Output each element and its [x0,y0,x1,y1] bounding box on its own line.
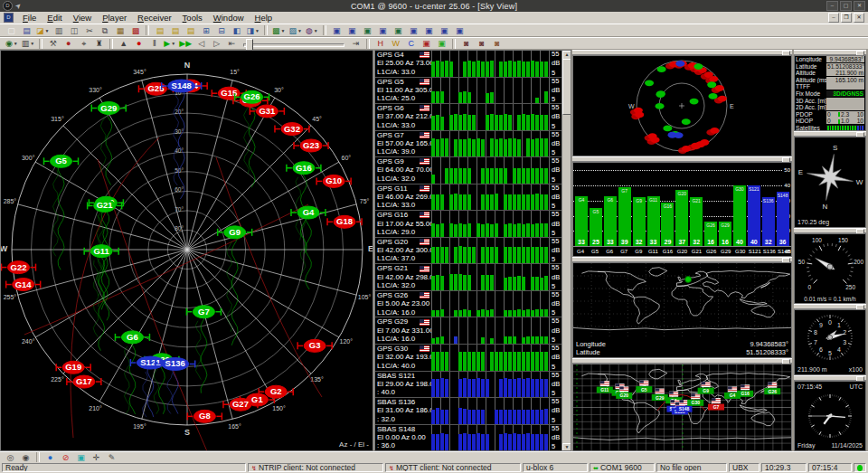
record-button[interactable]: ● [132,37,146,50]
receiver-config-button[interactable]: ⚒ [46,37,60,50]
alarm-button[interactable]: ● [61,37,75,50]
mdi-minimize-button[interactable]: – [828,13,839,23]
signal-list-row-G9[interactable]: GPS G9El 64.00 Az 70.00L1C/A: 32.055dB5 [375,157,571,184]
dropdown-arrow-icon[interactable]: ▼ [297,25,302,36]
signal-list-row-G6[interactable]: GPS G6El 37.00 Az 212.00L1C/A: 33.055dB5 [375,104,571,131]
signal-list-row-G30[interactable]: GPS G30El 32.00 Az 193.00L1C/A: 40.055dB… [375,345,571,372]
pause-button[interactable]: ‖ [147,37,161,50]
docked-view-1-button[interactable]: ▣ [330,24,344,37]
new-file-button[interactable]: ▢ [5,24,18,37]
mdi-restore-button[interactable]: ❐ [841,13,852,23]
signal-list-row-G11[interactable]: GPS G11El 46.00 Az 269.00L1C/A: 33.055dB… [375,184,571,212]
configuration-view-button[interactable]: ⊟ [214,24,228,37]
open-file-button[interactable]: ◪▼ [35,24,50,37]
signal-list-row-G7[interactable]: GPS G7El 57.00 Az 165.00L1C/A: 39.055dB5 [375,131,571,158]
signal-list-row-G5[interactable]: GPS G5El 11.00 Az 305.00L1C/A: 25.055dB5 [375,78,571,105]
step-back-button[interactable]: ◁ [194,37,208,50]
close-button[interactable]: ✕ [854,1,865,11]
signal-list-row-G16[interactable]: GPS G16El 17.00 Az 55.00L1C/A: 29.055dB5 [375,211,571,238]
signal-list-row-G29[interactable]: GPS G29El 7.00 Az 331.00L1C/A: 16.055dB5 [375,317,571,345]
firmware-update-button[interactable]: ♜ [92,37,106,50]
step-forward-button[interactable]: ▷ [210,37,223,50]
table-view-button[interactable]: ◨▼ [245,24,259,37]
save-file-button[interactable]: ▤ [20,24,33,37]
docked-view-2-button[interactable]: ▣ [345,24,359,37]
reset-red-button[interactable]: ▣ [420,37,433,50]
mdi-close-button[interactable]: ✕ [854,13,864,23]
minimize-button[interactable]: – [826,1,838,11]
dropdown-arrow-icon[interactable]: ▼ [255,25,259,36]
history-bar [522,114,525,129]
play-button[interactable]: ▶▼ [163,37,176,50]
player-position-slider[interactable] [243,39,344,49]
menu-item-help[interactable]: Help [250,13,278,23]
docked-view-6-button[interactable]: ▣ [407,24,420,37]
docked-view-7-button[interactable]: ▣ [422,24,436,37]
color-scheme-button[interactable]: ▩ [128,24,142,37]
copy-button[interactable]: ⧉ [98,24,111,37]
dropdown-arrow-icon[interactable]: ▼ [171,38,175,49]
signal-list-row-G20[interactable]: GPS G20El 42.00 Az 300.00L1C/A: 37.055dB… [375,238,571,265]
hot-start-button[interactable]: H [373,37,387,50]
fast-forward-button[interactable]: ▶▶ [178,37,193,50]
binary-console-button[interactable]: ▤ [168,24,182,37]
cut-button[interactable]: ✂ [82,24,96,37]
slider-thumb[interactable] [246,39,253,51]
signal-list-scrollbar[interactable]: ▲ ▼ [561,51,571,451]
sky-view-panel: N15°30°45°60°75°E105°120°135°150°165°S19… [0,50,373,451]
dropdown-arrow-icon[interactable]: ▼ [280,25,285,36]
menu-item-edit[interactable]: Edit [42,13,67,23]
menu-item-tools[interactable]: Tools [177,13,208,23]
signal-list-row-S136[interactable]: SBAS S136El 31.00 Az 186.00: 32.055dB5 [375,398,571,425]
reset-green-button[interactable]: ▣ [435,37,448,50]
view-dropdown-button[interactable]: ◉▼ [5,37,19,50]
menu-item-window[interactable]: Window [208,13,250,23]
dropdown-arrow-icon[interactable]: ▼ [314,25,318,36]
print-button[interactable]: ▥ [52,24,65,37]
app-icon[interactable]: D [3,1,13,11]
docked-view-8-button[interactable]: ▣ [438,24,451,37]
messages-view-button[interactable]: ⊞ [199,24,212,37]
eject-button[interactable]: ▲ [117,37,130,50]
signal-list-row-G4[interactable]: GPS G4El 25.00 Az 73.00L1C/A: 33.055dB5 [375,51,571,78]
docked-view-4-button[interactable]: ▣ [376,24,390,37]
child-window-icon[interactable]: D [4,13,14,23]
menu-item-file[interactable]: File [17,13,42,23]
antenna-button[interactable]: ⌖ [77,37,90,50]
packet-console-button[interactable]: ▤ [153,24,166,37]
capture-3-button[interactable]: ◙ [490,37,504,50]
menu-item-player[interactable]: Player [97,13,132,23]
text-console-button[interactable]: ▤ [184,24,197,37]
map-view-button[interactable]: ▩▼ [271,24,286,37]
print-preview-button[interactable]: ◫ [67,24,80,37]
dropdown-arrow-icon[interactable]: ▼ [30,38,34,49]
docked-view-3-button[interactable]: ▣ [361,24,374,37]
skip-end-button[interactable]: ⇥ [349,37,363,50]
warm-start-button[interactable]: W [389,37,402,50]
camera-view-button[interactable]: ◍▼ [305,24,319,37]
dropdown-arrow-icon[interactable]: ▼ [45,25,50,36]
menu-item-view[interactable]: View [68,13,97,23]
baudrate-dropdown-button[interactable]: ▥▼ [21,37,35,50]
statistic-view-button[interactable]: ◧ [230,24,243,37]
signal-list-row-G21[interactable]: GPS G21El 42.00 Az 298.00L1C/A: 32.055dB… [375,264,571,291]
signal-list-row-G26[interactable]: GPS G26El 5.00 Az 23.00L1C/A: 16.055dB5 [375,291,571,318]
signal-list-row-S148[interactable]: SBAS S148El 0.00 Az 0.00: 36.055dB5 [375,425,571,451]
capture-2-button[interactable]: ◙ [475,37,488,50]
dropdown-arrow-icon[interactable]: ▼ [14,38,18,49]
scroll-down-button[interactable]: ▼ [562,443,571,451]
cold-start-button[interactable]: C [404,37,418,50]
paste-button[interactable]: ▦ [113,24,127,37]
scroll-thumb[interactable] [562,59,571,115]
deviation-dot-S136 [675,132,684,138]
history-bar [531,194,534,210]
pin-icon[interactable]: ➤ [14,1,24,11]
docked-view-5-button[interactable]: ▣ [392,24,405,37]
skip-start-button[interactable]: ⇤ [225,37,239,50]
maximize-button[interactable]: ▢ [840,1,852,11]
capture-1-button[interactable]: ◙ [459,37,473,50]
chart-view-button[interactable]: ▨▼ [288,24,302,37]
menu-item-receiver[interactable]: Receiver [132,13,177,23]
signal-list-row-S121[interactable]: SBAS S121El 29.00 Az 198.00: 40.055dB5 [375,372,571,399]
docked-view-9-button[interactable]: ▣ [453,24,467,37]
